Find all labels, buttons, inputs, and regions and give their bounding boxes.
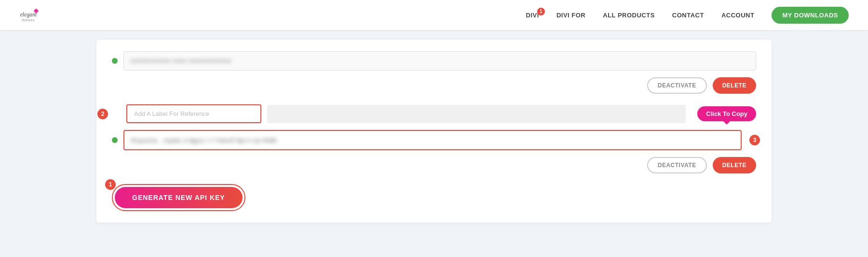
label-row: Click To Copy [126,104,756,123]
action-row-1: DEACTIVATE DELETE [112,77,756,94]
action-row-2: DEACTIVATE DELETE [112,157,756,173]
nav-label-contact: CONTACT [672,12,704,19]
status-dot-2 [112,137,118,143]
logo-icon: elegant themes [19,5,43,25]
deactivate-button-2[interactable]: DEACTIVATE [647,157,707,173]
label-input[interactable] [126,104,261,123]
api-keys-card: ••••••••••••••• ••••• •••••••••••••••• D… [96,40,772,223]
divi-badge: 1 [537,8,545,15]
main-content: ••••••••••••••• ••••• •••••••••••••••• D… [0,30,868,232]
label-section: 2 Click To Copy [112,104,756,123]
step-badge-1: 1 [105,179,116,190]
nav-label-all-products: ALL PRODUCTS [603,12,655,19]
api-key-value-2: 61pun/a...mpdo.s'dgus i'=*mku5'3p=r=q+%6… [131,137,277,144]
api-key-row-2: 61pun/a...mpdo.s'dgus i'=*mku5'3p=r=q+%6… [112,130,742,150]
my-downloads-button[interactable]: MY DOWNLOADS [772,7,849,24]
status-dot-1 [112,58,118,64]
main-nav: DIVI 1 DIVI FOR ALL PRODUCTS CONTACT ACC… [526,7,849,24]
nav-item-all-products[interactable]: ALL PRODUCTS [603,12,655,19]
api-key-row-2-section: 61pun/a...mpdo.s'dgus i'=*mku5'3p=r=q+%6… [112,130,756,150]
nav-item-divi-for[interactable]: DIVI FOR [556,12,585,19]
nav-item-divi[interactable]: DIVI 1 [526,12,539,19]
nav-item-contact[interactable]: CONTACT [672,12,704,19]
nav-item-account[interactable]: ACCOUNT [721,12,755,19]
step-badge-2: 2 [97,109,108,119]
step-badge-3: 3 [749,135,760,145]
api-key-value-1: ••••••••••••••• ••••• •••••••••••••••• [131,57,231,65]
generate-section: 1 GENERATE NEW API KEY [112,184,756,211]
delete-button-2[interactable]: DELETE [713,157,756,173]
svg-text:elegant: elegant [20,12,37,18]
delete-button-1[interactable]: DELETE [713,77,756,94]
nav-label-account: ACCOUNT [721,12,755,19]
header: elegant themes DIVI 1 DIVI FOR ALL PRODU… [0,0,868,30]
generate-wrapper: GENERATE NEW API KEY [112,184,245,211]
click-to-copy-tooltip[interactable]: Click To Copy [697,106,756,121]
svg-text:themes: themes [22,18,35,22]
generate-api-key-button[interactable]: GENERATE NEW API KEY [115,187,243,208]
logo: elegant themes [19,5,43,25]
nav-label-divi-for: DIVI FOR [556,12,585,19]
deactivate-button-1[interactable]: DEACTIVATE [647,77,707,94]
api-key-row-1: ••••••••••••••• ••••• •••••••••••••••• [112,51,756,71]
